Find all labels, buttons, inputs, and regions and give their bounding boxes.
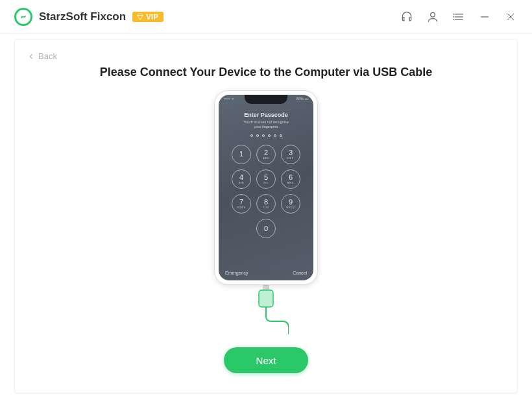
key-8: 8TUV <box>256 194 276 214</box>
back-button[interactable]: Back <box>27 51 57 61</box>
status-left: ••••• ᯤ <box>224 97 235 101</box>
passcode-title: Enter Passcode <box>219 112 313 118</box>
key-6: 6MNO <box>281 169 300 189</box>
status-right: 80% ▭ <box>296 97 308 101</box>
vip-badge: VIP <box>132 12 163 22</box>
support-button[interactable] <box>400 10 414 24</box>
close-icon <box>504 10 517 23</box>
svg-point-4 <box>453 14 454 14</box>
next-button[interactable]: Next <box>224 347 308 373</box>
chevron-left-icon <box>27 52 36 61</box>
passcode-subtitle: Touch ID does not recognizeyour fingerpr… <box>219 120 313 129</box>
key-4: 4GHI <box>232 169 251 189</box>
menu-icon <box>452 10 465 23</box>
key-3: 3DEF <box>281 145 300 164</box>
close-button[interactable] <box>503 10 518 24</box>
key-9: 9WXYZ <box>281 194 300 214</box>
app-title: StarzSoft Fixcon <box>39 10 126 23</box>
usb-cable-illustration <box>214 284 318 334</box>
main-panel: Back Please Connect Your Device to the C… <box>14 39 518 393</box>
svg-point-0 <box>431 12 435 17</box>
user-icon <box>426 10 439 23</box>
cancel-label: Cancel <box>293 271 307 275</box>
instruction-text: Please Connect Your Device to the Comput… <box>15 66 517 79</box>
phone-notch <box>245 95 287 104</box>
emergency-label: Emergency <box>225 271 248 275</box>
menu-button[interactable] <box>452 10 466 24</box>
account-button[interactable] <box>426 10 440 24</box>
minimize-icon <box>478 10 491 23</box>
titlebar: StarzSoft Fixcon VIP <box>0 0 532 34</box>
usb-icon <box>243 284 289 334</box>
keypad: 1 2ABC 3DEF 4GHI 5JKL 6MNO 7PQRS 8TUV 9W… <box>219 145 313 238</box>
svg-rect-12 <box>259 290 273 307</box>
passcode-dots <box>219 134 313 137</box>
key-2: 2ABC <box>256 145 276 164</box>
key-7: 7PQRS <box>232 194 251 214</box>
device-illustration: ••••• ᯤ 80% ▭ Enter Passcode Touch ID do… <box>214 90 318 334</box>
app-logo <box>14 8 32 26</box>
phone-screen: ••••• ᯤ 80% ▭ Enter Passcode Touch ID do… <box>219 95 313 280</box>
diamond-icon <box>136 13 144 21</box>
phone-frame: ••••• ᯤ 80% ▭ Enter Passcode Touch ID do… <box>214 90 318 285</box>
key-0: 0 <box>256 219 276 238</box>
phone-bottom-row: Emergency Cancel <box>225 271 307 275</box>
svg-point-5 <box>453 16 454 17</box>
svg-point-6 <box>453 19 454 19</box>
back-label: Back <box>38 51 57 61</box>
logo-icon <box>19 12 28 21</box>
key-1: 1 <box>232 145 251 164</box>
headset-icon <box>400 10 413 23</box>
key-5: 5JKL <box>256 169 276 189</box>
minimize-button[interactable] <box>478 10 492 24</box>
vip-label: VIP <box>146 13 158 21</box>
